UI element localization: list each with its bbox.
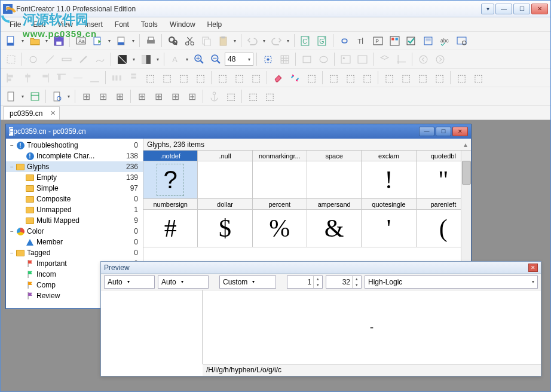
doc-props-button[interactable]: [49, 88, 65, 104]
open-button[interactable]: [27, 33, 42, 48]
palette-button[interactable]: [387, 33, 402, 48]
preview-close-button[interactable]: ✕: [528, 264, 538, 272]
preview-sidebar-list[interactable]: [101, 290, 203, 364]
glyph-cell[interactable]: .notdef?: [143, 151, 198, 199]
tree-item[interactable]: Simple97: [6, 183, 143, 194]
glyph-grid[interactable]: .notdef?.nullnonmarkingr...spaceexclam!q…: [143, 151, 471, 247]
import-vector-button: [354, 51, 370, 67]
save-button[interactable]: [51, 33, 66, 48]
glyph-cell[interactable]: dollar$: [198, 199, 252, 247]
preview-mode1-combo[interactable]: Auto▾: [104, 275, 155, 289]
new-dropdown[interactable]: ▾: [20, 38, 26, 44]
svg-point-59: [342, 57, 344, 59]
install-dropdown[interactable]: ▾: [130, 38, 136, 44]
tree-item[interactable]: −Color0: [6, 226, 143, 237]
web-preview-button[interactable]: [454, 33, 469, 48]
new-font-button[interactable]: [3, 33, 19, 48]
maximize-button[interactable]: ☐: [513, 4, 530, 14]
grid1-button: ⊞: [78, 88, 94, 104]
fill-mode-button[interactable]: [138, 51, 154, 67]
menu-file[interactable]: File: [4, 19, 26, 30]
preview-text-input[interactable]: High-Logic▾: [365, 275, 538, 289]
child-maximize-button[interactable]: ☐: [436, 127, 451, 136]
glyph-cell[interactable]: nonmarkingr...: [253, 151, 307, 199]
add-char-button[interactable]: C+: [298, 33, 313, 48]
open-dropdown[interactable]: ▾: [44, 38, 50, 44]
glyph-cell[interactable]: numbersign#: [143, 199, 198, 247]
glyph-cell[interactable]: quotesingle': [362, 199, 416, 247]
properties-button[interactable]: [420, 33, 436, 48]
preview-titlebar[interactable]: Preview ✕: [101, 262, 541, 274]
document-tab[interactable]: pc0359.cn ✕: [3, 106, 60, 120]
link-button[interactable]: [336, 33, 352, 48]
validate-button[interactable]: [403, 33, 419, 48]
menu-edit[interactable]: Edit: [27, 19, 51, 30]
tree-item[interactable]: Empty139: [6, 172, 143, 183]
svg-text:Aa: Aa: [78, 38, 85, 44]
text-insert-button: A: [167, 51, 183, 67]
menu-insert[interactable]: Insert: [79, 19, 108, 30]
svg-rect-66: [8, 75, 13, 77]
tree-item[interactable]: −!Troubleshooting0: [6, 140, 143, 151]
break-button[interactable]: [287, 70, 302, 85]
close-tab-icon[interactable]: ✕: [50, 109, 56, 117]
close-button[interactable]: ✕: [531, 4, 548, 14]
svg-point-63: [420, 56, 427, 63]
glyph-cell[interactable]: space: [307, 151, 362, 199]
tree-item[interactable]: Unmapped1: [6, 204, 143, 215]
print-button[interactable]: [143, 33, 158, 48]
tree-item[interactable]: Multi Mapped9: [6, 215, 143, 226]
knife-tool: [42, 51, 57, 67]
menu-help[interactable]: Help: [202, 19, 228, 30]
glyph-cell[interactable]: exclam!: [362, 151, 416, 199]
tree-item[interactable]: −Glyphs236: [6, 161, 143, 172]
child-minimize-button[interactable]: —: [419, 127, 434, 136]
help-button[interactable]: ▾: [481, 4, 494, 14]
glyph-cell[interactable]: ampersand&: [307, 199, 362, 247]
caption-button[interactable]: Aa: [73, 33, 88, 48]
preview-size2-spinner[interactable]: 32▴▾: [326, 275, 362, 289]
spell-button[interactable]: abc: [437, 33, 452, 48]
glyph-cell[interactable]: .null: [198, 151, 252, 199]
preview-panel-button[interactable]: P: [370, 33, 385, 48]
align-center-v-button: [70, 70, 85, 85]
svg-rect-58: [341, 56, 350, 63]
glyph-header-scroll-icon[interactable]: ▴: [464, 140, 467, 149]
eraser-button[interactable]: [270, 70, 286, 85]
minimize-button[interactable]: —: [495, 4, 512, 14]
tree-item[interactable]: −Tagged0: [6, 247, 143, 258]
glyph-cell[interactable]: percent%: [253, 199, 307, 247]
svg-point-64: [436, 56, 444, 63]
view-list-button[interactable]: [27, 88, 42, 104]
zoom-out-button[interactable]: [208, 51, 224, 67]
preview-size1-spinner[interactable]: 1▴▾: [287, 275, 323, 289]
add-glyph-button[interactable]: G+: [314, 33, 330, 48]
menu-window[interactable]: Window: [164, 19, 201, 30]
export-dropdown[interactable]: ▾: [106, 38, 112, 44]
menu-font[interactable]: Font: [109, 19, 134, 30]
fit-button[interactable]: [260, 51, 276, 67]
tree-item[interactable]: !Incomplete Char...138: [6, 151, 143, 161]
menu-view[interactable]: View: [52, 19, 78, 30]
preview-statusbar: /H/i/g/h/hyphen/L/o/g/i/c: [203, 364, 541, 376]
text-tool-button[interactable]: T: [353, 33, 369, 48]
find-button[interactable]: [165, 33, 180, 48]
svg-point-86: [213, 92, 215, 94]
same-width-button: ⬚: [176, 70, 191, 85]
zoom-combo[interactable]: 48▾: [225, 53, 253, 66]
tree-item[interactable]: Member0: [6, 237, 143, 247]
preview-mode2-combo[interactable]: Auto▾: [158, 275, 209, 289]
preview-script-combo[interactable]: Custom▾: [219, 275, 276, 289]
new-doc-button[interactable]: [3, 88, 19, 104]
menu-tools[interactable]: Tools: [136, 19, 163, 30]
child-close-button[interactable]: ✕: [452, 127, 468, 136]
svg-point-41: [30, 56, 36, 63]
install-button[interactable]: [114, 33, 129, 48]
paste-button: [215, 33, 231, 48]
color-mode-button[interactable]: [114, 51, 130, 67]
tree-item[interactable]: Composite0: [6, 194, 143, 204]
guides-button: [393, 51, 409, 67]
zoom-in-button[interactable]: [191, 51, 207, 67]
export-button[interactable]: [90, 33, 105, 48]
cut-button[interactable]: [182, 33, 197, 48]
